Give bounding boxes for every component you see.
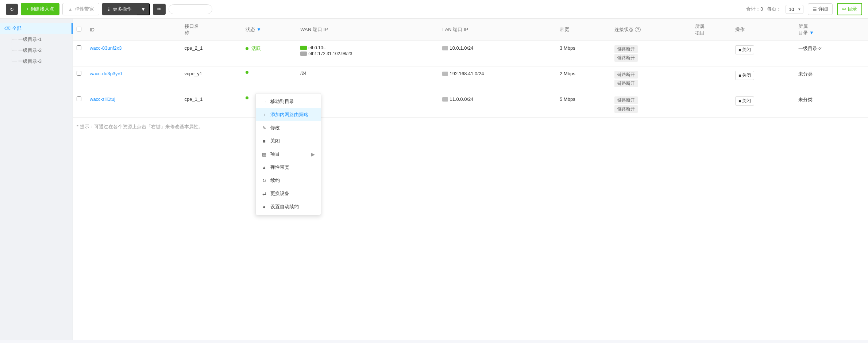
auto-renew-icon: ● [262,204,267,210]
row3-id-link[interactable]: wacc-zili1tuj [90,96,115,102]
row2-bandwidth: 2 Mbps [556,66,611,92]
row1-lan-ip: 10.0.1.0/24 [439,41,556,66]
lan-icon [442,46,448,50]
sidebar-item-level2[interactable]: ├─ 一级目录-2 [0,45,73,56]
row2-interface-label: vcpe_y1 [185,71,202,76]
more-button[interactable]: ⁝⁝ 更多操作 [102,3,137,15]
tree-connector-icon-2: ├─ [10,48,17,53]
menu-item-auto-renew[interactable]: ● 设置自动续约 [256,200,321,213]
search-input[interactable] [169,4,212,14]
menu-item-move-label: 移动到目录 [270,98,294,105]
row1-conn-tag1: 链路断开 [614,45,638,53]
row1-close-button[interactable]: ■ 关闭 [735,45,754,54]
row2-wan-ip: /24 [297,66,439,92]
th-bandwidth: 带宽 [556,19,611,41]
status-filter-icon[interactable]: ▼ [256,27,261,32]
row1-status-badge: 活跃 [246,45,293,52]
sidebar-item-level3[interactable]: └─ 一级目录-3 [0,56,73,67]
tree-icon-root: ⌫ [4,26,11,31]
create-button[interactable]: + 创建接入点 [21,3,59,15]
menu-item-elastic-label: 弹性带宽 [270,164,289,171]
tree-item-root[interactable]: ⌫ 全部 [0,23,73,34]
refresh-icon: ↻ [10,7,14,12]
tree-icon: ⚯ [842,7,846,12]
th-wan-ip: WAN 端口 IP [297,19,439,41]
row1-checkbox[interactable] [77,45,81,50]
sidebar-item-level3-label: 一级目录-3 [18,58,42,65]
tree-root-label: 全部 [12,25,22,32]
hint-text: * 提示：可通过在各个资源上点击「右键」来修改基本属性。 [73,118,868,136]
row3-conn-tag2: 链路断开 [614,105,638,113]
row3-interface: cpe_1_1 [181,92,242,118]
row2-status-badge [246,71,293,74]
menu-item-project[interactable]: ▦ 项目 ▶ [256,148,321,161]
more-button-label: 更多操作 [113,6,132,12]
table-header-row: ID 接口名称 状态 ▼ WAN 端口 IP LAN 端口 IP 带宽 连接状态… [73,19,868,41]
wan-icon-gray [300,52,307,56]
row3-checkbox[interactable] [77,96,81,101]
row3-checkbox-cell [73,92,86,118]
menu-item-change-device[interactable]: ⇄ 更换设备 [256,187,321,200]
row2-interface: vcpe_y1 [181,66,242,92]
row1-conn-tag2: 链路断开 [614,54,638,62]
elastic-icon: ▲ [68,7,73,12]
row1-id: wacc-83unf2x3 [86,41,181,66]
row3-close-icon: ■ [738,99,741,104]
row2-checkbox-cell [73,66,86,92]
move-icon: → [262,99,267,104]
renew-icon: ↻ [262,178,267,183]
sidebar-item-level1-label: 一级目录-1 [18,36,42,43]
elastic-menu-icon: ▲ [262,165,267,170]
menu-item-move-to-catalog[interactable]: → 移动到目录 [256,95,321,108]
row1-checkbox-cell [73,41,86,66]
row1-op: ■ 关闭 [732,41,795,66]
wan-icon-green [300,46,307,50]
create-button-label: + 创建接入点 [26,6,54,12]
eye-button[interactable]: 👁 [153,4,166,15]
row1-project [691,41,732,66]
row1-id-link[interactable]: wacc-83unf2x3 [90,45,121,51]
menu-item-modify[interactable]: ✎ 修改 [256,121,321,134]
row1-close-icon: ■ [738,47,741,53]
chevron-down-icon: ▼ [141,7,146,12]
menu-item-close[interactable]: ■ 关闭 [256,134,321,148]
sidebar-item-level1[interactable]: ├─ 一级目录-1 [0,34,73,45]
row3-project [691,92,732,118]
row1-status: 活跃 [242,41,297,66]
conn-help-icon[interactable]: ? [635,27,641,32]
row2-checkbox[interactable] [77,71,81,76]
row2-close-icon: ■ [738,73,741,78]
view-detail-button[interactable]: ☰ 详细 [808,3,833,15]
row2-status-dot [246,71,248,74]
refresh-button[interactable]: ↻ [6,4,18,15]
row3-lan-ip: 11.0.0.0/24 [439,92,556,118]
main-table: ID 接口名称 状态 ▼ WAN 端口 IP LAN 端口 IP 带宽 连接状态… [73,19,868,118]
per-page-select[interactable]: 10 20 50 [786,5,803,14]
th-id: ID [86,19,181,41]
table-container: ID 接口名称 状态 ▼ WAN 端口 IP LAN 端口 IP 带宽 连接状态… [73,19,868,136]
row3-lan-icon [442,97,448,102]
row3-close-button[interactable]: ■ 关闭 [735,96,754,106]
row1-wan-ip: eth0.10:- eth1:172.31.102.98/23 [297,41,439,66]
view-catalog-button[interactable]: ⚯ 目录 [837,3,862,15]
catalog-filter-icon[interactable]: ▼ [809,30,814,35]
row2-status [242,66,297,92]
row2-id-link[interactable]: wacc-do3p3yr0 [90,71,122,76]
row1-interface-label: cpe_2_1 [185,45,203,51]
row1-catalog: 一级目录-2 [795,41,868,66]
menu-item-add-route[interactable]: + 添加内网路由策略 [256,108,321,121]
menu-item-renew[interactable]: ↻ 续约 [256,174,321,187]
more-dropdown-button[interactable]: ▼ [137,3,150,15]
row2-close-button[interactable]: ■ 关闭 [735,71,754,80]
close-square-icon: ■ [262,138,267,144]
main-layout: ⌫ 全部 ├─ 一级目录-1 ├─ 一级目录-2 └─ 一级目录-3 [0,19,868,340]
row3-conn-tag1: 链路断开 [614,96,638,104]
select-all-checkbox[interactable] [77,27,81,31]
row2-lan-ip: 192.168.41.0/24 [439,66,556,92]
menu-item-elastic[interactable]: ▲ 弹性带宽 [256,161,321,174]
row2-op: ■ 关闭 [732,66,795,92]
th-interface: 接口名称 [181,19,242,41]
submenu-arrow-icon: ▶ [311,152,315,157]
elastic-button[interactable]: ▲ 弹性带宽 [62,3,99,15]
row3-conn-status: 链路断开 链路断开 [611,92,691,118]
